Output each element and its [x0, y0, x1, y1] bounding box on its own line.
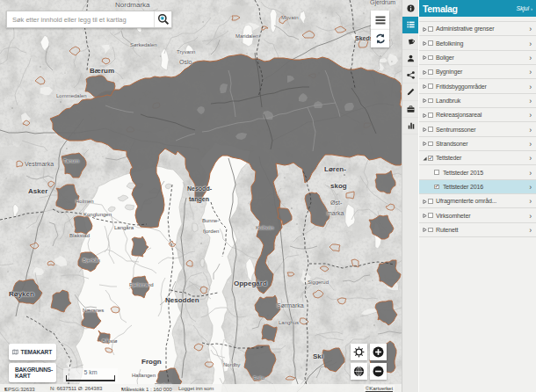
- zoom-in-button[interactable]: [370, 344, 387, 360]
- layer-chevron-icon[interactable]: ›: [529, 54, 532, 62]
- expander-collapsed-icon[interactable]: [423, 55, 427, 60]
- layer-row-sentrumssoner[interactable]: Sentrumssoner›: [419, 122, 536, 136]
- toolbar-layer-list-button[interactable]: [402, 17, 419, 33]
- expander-collapsed-icon[interactable]: [423, 200, 427, 204]
- layer-label: Landbruk: [436, 98, 460, 104]
- toolbar-user-button[interactable]: [402, 50, 419, 67]
- layer-chevron-icon[interactable]: ›: [529, 111, 532, 120]
- layer-checkbox[interactable]: ✓: [428, 156, 433, 161]
- layer-chevron-icon[interactable]: ›: [529, 83, 532, 91]
- scale-bar-label: 5 km: [63, 369, 118, 375]
- layer-checkbox[interactable]: [428, 69, 433, 75]
- layer-row-virksomheter[interactable]: Virksomheter›: [419, 208, 536, 222]
- search-box: [6, 11, 172, 28]
- layer-label: Ufragmenterte områd...: [436, 198, 496, 204]
- layer-checkbox[interactable]: [428, 55, 433, 61]
- globe-button[interactable]: [351, 363, 367, 380]
- checkmark-icon: ✓: [435, 183, 439, 190]
- layer-label: Rutenett: [436, 227, 458, 233]
- expander-collapsed-icon[interactable]: [423, 70, 427, 75]
- expander-collapsed-icon[interactable]: [423, 142, 427, 146]
- layer-checkbox[interactable]: ✓: [434, 185, 439, 190]
- expander-collapsed-icon[interactable]: [423, 113, 427, 118]
- map-book-icon: [12, 348, 18, 356]
- tag-icon: [407, 38, 415, 46]
- expander-collapsed-icon[interactable]: [423, 98, 427, 103]
- layer-label: Virksomheter: [436, 213, 470, 219]
- expander-collapsed-icon[interactable]: [423, 214, 427, 218]
- bakgrunnskart-button[interactable]: BAKGRUNNS-KART: [9, 363, 56, 382]
- layer-chevron-icon[interactable]: ›: [529, 212, 532, 221]
- toolbar-info-button[interactable]: [402, 0, 419, 17]
- layer-chevron-icon[interactable]: ›: [529, 68, 532, 76]
- briefcase-icon: [407, 105, 415, 113]
- layer-checkbox[interactable]: [428, 83, 433, 89]
- toolbar-statistics-button[interactable]: [402, 118, 419, 134]
- layer-row-landbruk[interactable]: Landbruk›: [419, 94, 536, 108]
- expander-collapsed-icon[interactable]: [423, 228, 427, 232]
- layer-chevron-icon[interactable]: ›: [529, 226, 532, 235]
- temakart-button[interactable]: TEMAKART: [9, 344, 56, 360]
- expander-expanded-icon[interactable]: [423, 156, 427, 161]
- layer-chevron-icon[interactable]: ›: [529, 25, 532, 33]
- layer-chevron-icon[interactable]: ›: [529, 169, 532, 178]
- layer-row-fritidsbyggomr-der[interactable]: Fritidsbyggområder›: [419, 79, 536, 93]
- map-canvas[interactable]: NordmarkaGjerdrumMovatnMaridalenSørkedal…: [0, 0, 402, 392]
- caret-down-icon: ▾: [4, 386, 6, 391]
- share-icon: [407, 71, 415, 79]
- layer-checkbox[interactable]: [428, 199, 433, 204]
- side-toolbar: [402, 0, 418, 392]
- layer-chevron-icon[interactable]: ›: [529, 140, 532, 149]
- map-menu-button[interactable]: [371, 11, 389, 29]
- layer-chevron-icon[interactable]: ›: [529, 97, 532, 105]
- layer-checkbox[interactable]: [428, 142, 433, 147]
- zoom-out-button[interactable]: [370, 363, 387, 380]
- layer-chevron-icon[interactable]: ›: [529, 154, 532, 163]
- menu-icon: [375, 16, 386, 25]
- map-attribution[interactable]: ©Kartverket: [364, 385, 395, 391]
- locate-button[interactable]: [351, 344, 367, 360]
- map-refresh-button[interactable]: [371, 29, 389, 47]
- toolbar-draw-button[interactable]: [402, 83, 419, 100]
- expander-collapsed-icon[interactable]: [423, 27, 427, 32]
- layer-label: Sentrumssoner: [436, 127, 476, 133]
- layer-row-ufragmenterte-omr-d-[interactable]: Ufragmenterte områd...›: [419, 194, 536, 208]
- layer-checkbox[interactable]: [428, 228, 433, 233]
- expander-collapsed-icon[interactable]: [423, 41, 427, 46]
- layer-row-befolkning[interactable]: Befolkning›: [419, 36, 536, 50]
- layer-checkbox[interactable]: [428, 113, 433, 118]
- layer-row-boliger[interactable]: Boliger›: [419, 51, 536, 65]
- panel-hide-button[interactable]: Skjul ›: [516, 5, 536, 11]
- layer-row-bygninger[interactable]: Bygninger›: [419, 65, 536, 79]
- expander-collapsed-icon[interactable]: [423, 84, 427, 89]
- layer-row-rekreasjonsareal[interactable]: Rekreasjonsareal›: [419, 108, 536, 122]
- layer-checkbox[interactable]: [428, 98, 433, 104]
- search-button[interactable]: [154, 11, 171, 27]
- expander-collapsed-icon[interactable]: [423, 127, 427, 132]
- layer-row-tettsteder-2016[interactable]: ✓Tettsteder 2016›: [419, 180, 536, 194]
- layer-checkbox[interactable]: [428, 40, 433, 46]
- layer-row-tettsteder-2015[interactable]: Tettsteder 2015›: [419, 165, 536, 179]
- toolbar-share-button[interactable]: [402, 67, 419, 83]
- layer-row-rutenett[interactable]: Rutenett›: [419, 223, 536, 237]
- caret-down-icon: ▾: [121, 386, 123, 391]
- search-icon: [157, 13, 170, 25]
- layer-row-administrative-grenser[interactable]: Administrative grenser›: [419, 22, 536, 36]
- layer-row-tettsteder[interactable]: ✓Tettsteder›: [419, 151, 536, 165]
- layer-checkbox[interactable]: [428, 213, 433, 218]
- toolbar-briefcase-button[interactable]: [402, 101, 419, 118]
- layer-checkbox[interactable]: [428, 127, 433, 132]
- layer-chevron-icon[interactable]: ›: [529, 197, 532, 206]
- layer-checkbox[interactable]: [434, 170, 439, 175]
- layer-row-strandsoner[interactable]: Strandsoner›: [419, 137, 536, 151]
- layer-label: Tettsteder 2016: [443, 184, 483, 190]
- user-icon: [407, 54, 415, 62]
- layer-chevron-icon[interactable]: ›: [529, 126, 532, 134]
- layer-chevron-icon[interactable]: ›: [529, 40, 532, 48]
- search-input[interactable]: [7, 11, 154, 27]
- layer-chevron-icon[interactable]: ›: [529, 183, 532, 192]
- globe-icon: [353, 366, 365, 377]
- layer-checkbox[interactable]: [428, 26, 433, 32]
- layer-label: Rekreasjonsareal: [436, 112, 482, 118]
- toolbar-tag-button[interactable]: [402, 33, 419, 50]
